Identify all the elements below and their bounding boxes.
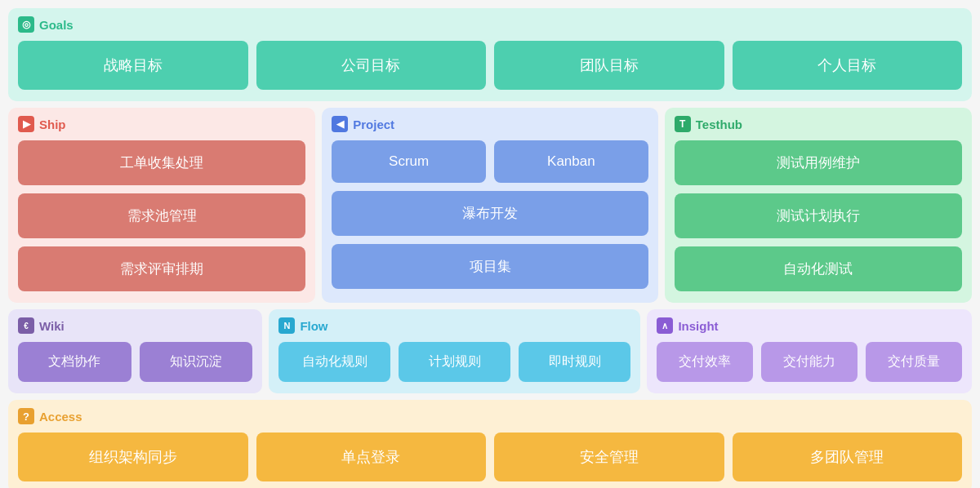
ship-card-1[interactable]: 需求池管理 xyxy=(18,193,305,238)
ship-icon: ▶ xyxy=(18,116,34,132)
access-section: ? Access 组织架构同步 单点登录 安全管理 多团队管理 xyxy=(8,400,972,488)
insight-card-2[interactable]: 交付质量 xyxy=(866,342,962,382)
insight-card-1[interactable]: 交付能力 xyxy=(761,342,858,382)
access-card-3[interactable]: 多团队管理 xyxy=(733,433,963,481)
testhub-icon: T xyxy=(675,116,691,132)
goals-header: ◎ Goals xyxy=(18,16,962,33)
project-section: ◀ Project Scrum Kanban 瀑布开发 项目集 xyxy=(322,108,657,303)
wiki-card-0[interactable]: 文档协作 xyxy=(18,342,131,382)
project-card-scrum[interactable]: Scrum xyxy=(332,140,486,183)
testhub-card-2[interactable]: 自动化测试 xyxy=(675,246,962,291)
testhub-card-0[interactable]: 测试用例维护 xyxy=(675,140,962,185)
access-icon: ? xyxy=(18,408,34,424)
testhub-section: T Testhub 测试用例维护 测试计划执行 自动化测试 xyxy=(665,108,972,303)
flow-icon: N xyxy=(278,317,295,334)
goals-card-1[interactable]: 公司目标 xyxy=(256,41,487,90)
project-title: Project xyxy=(353,118,394,131)
goals-title: Goals xyxy=(39,18,74,32)
flow-header: N Flow xyxy=(278,317,630,334)
flow-section: N Flow 自动化规则 计划规则 即时规则 xyxy=(269,309,640,393)
ship-cards: 工单收集处理 需求池管理 需求评审排期 xyxy=(18,140,305,291)
flow-card-0[interactable]: 自动化规则 xyxy=(278,342,390,382)
access-header: ? Access xyxy=(18,408,962,424)
insight-card-0[interactable]: 交付效率 xyxy=(657,342,753,382)
insight-icon: ∧ xyxy=(657,317,673,334)
goals-cards-row: 战略目标 公司目标 团队目标 个人目标 xyxy=(18,41,962,90)
ship-card-0[interactable]: 工单收集处理 xyxy=(18,140,305,185)
goals-card-3[interactable]: 个人目标 xyxy=(733,41,963,90)
access-card-1[interactable]: 单点登录 xyxy=(256,433,487,481)
flow-card-2[interactable]: 即时规则 xyxy=(519,342,630,382)
wiki-title: Wiki xyxy=(39,319,65,333)
main-container: ◎ Goals 战略目标 公司目标 团队目标 个人目标 ▶ Ship 工单收集处… xyxy=(8,8,972,488)
ship-card-2[interactable]: 需求评审排期 xyxy=(18,246,305,291)
project-icon: ◀ xyxy=(332,116,348,132)
ship-title: Ship xyxy=(39,118,66,131)
bottom-mid-row: € Wiki 文档协作 知识沉淀 N Flow 自动化规则 计划规则 即时规则 xyxy=(8,309,972,393)
project-card-portfolio[interactable]: 项目集 xyxy=(332,244,648,289)
insight-header: ∧ Insight xyxy=(657,317,962,334)
access-card-2[interactable]: 安全管理 xyxy=(494,433,724,481)
insight-cards-row: 交付效率 交付能力 交付质量 xyxy=(657,342,962,382)
ship-header: ▶ Ship xyxy=(18,116,305,132)
goals-card-0[interactable]: 战略目标 xyxy=(18,41,248,90)
testhub-title: Testhub xyxy=(696,118,742,131)
wiki-card-1[interactable]: 知识沉淀 xyxy=(140,342,253,382)
goals-card-2[interactable]: 团队目标 xyxy=(494,41,724,90)
wiki-cards-row: 文档协作 知识沉淀 xyxy=(18,342,252,382)
project-card-kanban[interactable]: Kanban xyxy=(494,140,648,183)
wiki-section: € Wiki 文档协作 知识沉淀 xyxy=(8,309,262,393)
insight-title: Insight xyxy=(678,319,718,333)
testhub-card-1[interactable]: 测试计划执行 xyxy=(675,193,962,238)
insight-section: ∧ Insight 交付效率 交付能力 交付质量 xyxy=(647,309,972,393)
middle-row: ▶ Ship 工单收集处理 需求池管理 需求评审排期 ◀ Project Scr… xyxy=(8,108,972,303)
flow-cards-row: 自动化规则 计划规则 即时规则 xyxy=(278,342,630,382)
project-top-row: Scrum Kanban xyxy=(332,140,648,183)
project-card-waterfall[interactable]: 瀑布开发 xyxy=(332,191,648,236)
testhub-header: T Testhub xyxy=(675,116,962,132)
goals-section: ◎ Goals 战略目标 公司目标 团队目标 个人目标 xyxy=(8,8,972,101)
flow-title: Flow xyxy=(300,319,327,333)
ship-section: ▶ Ship 工单收集处理 需求池管理 需求评审排期 xyxy=(8,108,315,303)
access-title: Access xyxy=(39,410,82,424)
flow-card-1[interactable]: 计划规则 xyxy=(399,342,510,382)
access-cards-row: 组织架构同步 单点登录 安全管理 多团队管理 xyxy=(18,433,962,481)
project-inner: Scrum Kanban 瀑布开发 项目集 xyxy=(332,140,648,289)
wiki-icon: € xyxy=(18,317,34,334)
project-header: ◀ Project xyxy=(332,116,648,132)
goals-icon: ◎ xyxy=(18,16,34,33)
testhub-cards: 测试用例维护 测试计划执行 自动化测试 xyxy=(675,140,962,291)
access-card-0[interactable]: 组织架构同步 xyxy=(18,433,248,481)
wiki-header: € Wiki xyxy=(18,317,252,334)
